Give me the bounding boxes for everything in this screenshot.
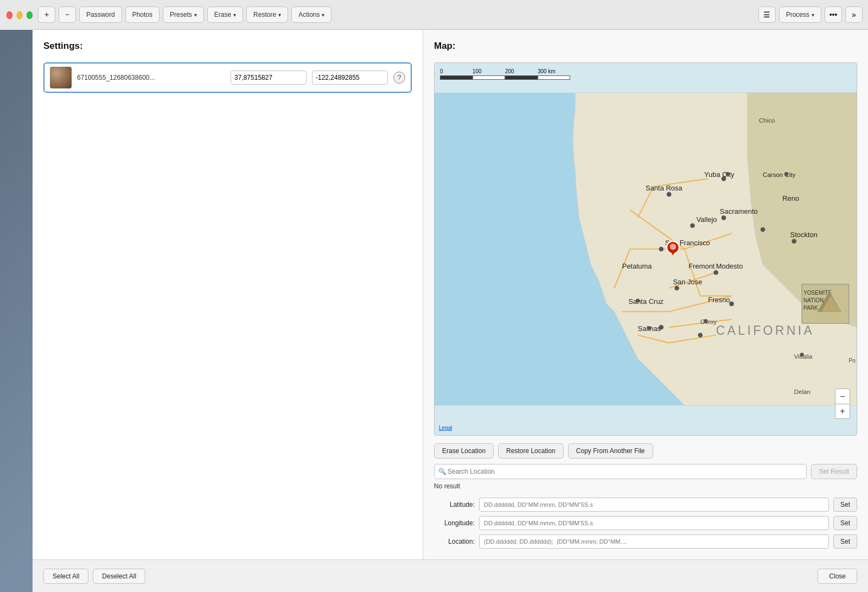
latitude-input[interactable] (231, 71, 307, 85)
process-button[interactable]: Process ▾ (779, 7, 821, 23)
close-button[interactable]: Close (818, 569, 857, 584)
svg-point-26 (698, 333, 703, 338)
right-panel: Map: (423, 30, 868, 559)
search-location-input[interactable] (434, 464, 807, 479)
scale-seg-1 (440, 75, 473, 80)
thumbnail-image (50, 67, 72, 88)
location-set-button[interactable]: Set (833, 534, 857, 549)
svg-point-58 (636, 298, 640, 302)
scale-seg-3 (505, 75, 538, 80)
bottom-bar: Select All Deselect All Close (33, 559, 868, 592)
scale-100: 100 (473, 68, 505, 74)
location-label: Location: (434, 538, 475, 545)
deselect-all-button[interactable]: Deselect All (93, 569, 145, 584)
svg-point-23 (713, 270, 718, 275)
search-row: 🔍 Set Result (434, 464, 857, 479)
svg-text:Fremont: Fremont (688, 262, 715, 270)
svg-text:Gilroy: Gilroy (700, 319, 717, 325)
photo-row[interactable]: 67100555_12680638600... ? (43, 62, 412, 93)
svg-point-18 (690, 223, 695, 228)
svg-point-59 (648, 326, 652, 330)
close-traffic-light[interactable] (7, 11, 12, 19)
list-view-button[interactable]: ☰ (758, 7, 776, 23)
zoom-out-button[interactable]: − (835, 389, 850, 404)
settings-title: Settings: (43, 41, 412, 52)
svg-text:Sacramento: Sacramento (720, 207, 758, 215)
svg-point-56 (726, 172, 730, 176)
longitude-input[interactable] (312, 71, 388, 85)
no-result-text: No result (434, 482, 857, 490)
restore-button[interactable]: Restore ▾ (246, 7, 288, 23)
svg-text:CALIFORNIA: CALIFORNIA (716, 323, 815, 338)
erase-button[interactable]: Erase ▾ (207, 7, 243, 23)
longitude-label: Longitude: (434, 519, 475, 527)
scale-seg-2 (473, 75, 505, 80)
presets-button[interactable]: Presets ▾ (163, 7, 204, 23)
svg-text:San Jose: San Jose (673, 278, 702, 286)
set-result-button[interactable]: Set Result (811, 464, 857, 479)
title-bar: ＋ － Password Photos Presets ▾ Erase ▾ Re… (33, 0, 868, 30)
map-scale: 0 100 200 300 km (440, 68, 570, 80)
dialog: Settings: 67100555_12680638600... ? Map: (33, 30, 868, 592)
svg-text:Yuba City: Yuba City (704, 170, 735, 179)
latitude-row: Latitude: Set (434, 498, 857, 512)
svg-text:Reno: Reno (782, 194, 799, 202)
map-container[interactable]: San Francisco Vallejo Sacramento Stockto… (434, 62, 857, 436)
svg-point-20 (761, 227, 765, 232)
map-svg: San Francisco Vallejo Sacramento Stockto… (435, 63, 857, 435)
password-button[interactable]: Password (79, 7, 122, 23)
svg-text:Po: Po (849, 358, 856, 364)
scale-0: 0 (440, 68, 473, 74)
svg-text:PARK: PARK (803, 305, 818, 311)
latitude-set-button[interactable]: Set (833, 498, 857, 512)
more-button[interactable]: ••• (825, 7, 842, 23)
add-button[interactable]: ＋ (38, 7, 55, 23)
location-field[interactable] (479, 534, 829, 549)
traffic-lights (0, 0, 33, 30)
maximize-traffic-light[interactable] (27, 11, 33, 19)
svg-text:Santa Cruz: Santa Cruz (628, 297, 663, 305)
map-legal-link[interactable]: Legal (439, 425, 452, 431)
svg-point-21 (792, 239, 796, 244)
svg-text:Modesto: Modesto (716, 262, 743, 270)
zoom-in-button[interactable]: + (835, 404, 850, 419)
row-help-button[interactable]: ? (393, 72, 405, 84)
photos-button[interactable]: Photos (125, 7, 159, 23)
svg-text:Vallejo: Vallejo (697, 215, 717, 224)
longitude-row: Longitude: Set (434, 516, 857, 530)
svg-point-19 (722, 215, 726, 220)
map-zoom-controls: − + (835, 389, 850, 419)
latitude-label: Latitude: (434, 501, 475, 508)
svg-text:Fresno: Fresno (708, 296, 730, 304)
scale-200: 200 (505, 68, 538, 74)
scale-bar (440, 75, 570, 80)
restore-location-button[interactable]: Restore Location (498, 443, 564, 459)
map-title: Map: (434, 41, 857, 52)
latitude-field[interactable] (479, 498, 829, 512)
minimize-traffic-light[interactable] (17, 11, 23, 19)
expand-button[interactable]: » (845, 7, 863, 23)
scale-300: 300 km (538, 68, 570, 74)
copy-from-button[interactable]: Copy From Another File (568, 443, 653, 459)
svg-text:Delan: Delan (794, 389, 810, 395)
svg-point-60 (800, 353, 804, 357)
scale-seg-4 (538, 75, 570, 80)
svg-text:Stockton: Stockton (790, 231, 818, 239)
erase-location-button[interactable]: Erase Location (434, 443, 494, 459)
erase-chevron-icon: ▾ (233, 12, 236, 18)
photo-filename: 67100555_12680638600... (77, 74, 225, 81)
svg-text:Santa Rosa: Santa Rosa (646, 184, 682, 192)
svg-point-17 (659, 247, 663, 252)
svg-point-27 (667, 192, 672, 197)
actions-button[interactable]: Actions ▾ (291, 7, 331, 23)
select-all-button[interactable]: Select All (43, 569, 88, 584)
longitude-set-button[interactable]: Set (833, 516, 857, 530)
left-panel: Settings: 67100555_12680638600... ? (33, 30, 423, 559)
longitude-field[interactable] (479, 516, 829, 530)
coordinate-fields: Latitude: Set Longitude: Set Location: S… (434, 498, 857, 549)
presets-chevron-icon: ▾ (194, 12, 197, 18)
remove-button[interactable]: － (59, 7, 76, 23)
location-row: Location: Set (434, 534, 857, 549)
svg-text:Petaluma: Petaluma (622, 262, 653, 270)
scale-labels: 0 100 200 300 km (440, 68, 570, 74)
